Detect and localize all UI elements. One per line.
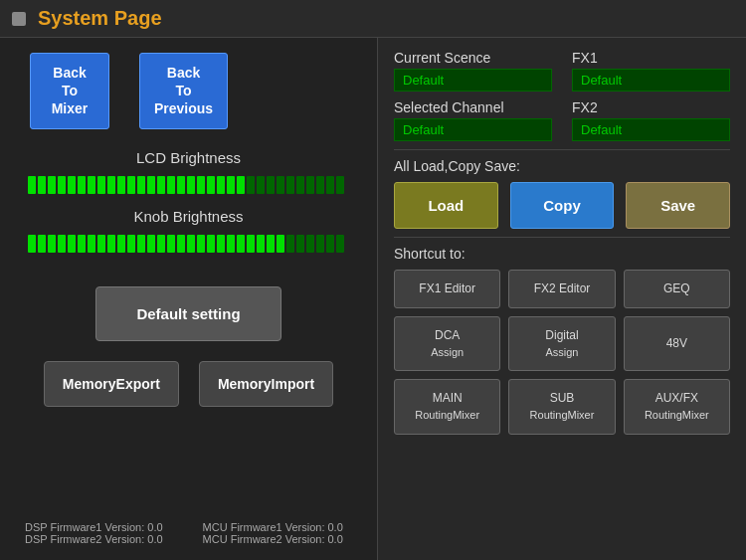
knob-bar-segment xyxy=(286,235,294,253)
fx1-value: Default xyxy=(572,69,730,92)
knob-bar-segment xyxy=(177,235,185,253)
lcd-bar-segment xyxy=(316,176,324,194)
lcd-brightness-label: LCD Brightness xyxy=(20,149,357,166)
dsp-firmware2: DSP Firmware2 Version: 0.0 xyxy=(25,533,163,545)
lcd-bar-segment xyxy=(267,176,275,194)
copy-button[interactable]: Copy xyxy=(510,182,615,229)
lcd-bar-segment xyxy=(207,176,215,194)
knob-bar-segment xyxy=(117,235,125,253)
lcd-bar-segment xyxy=(68,176,76,194)
shortcut-button-48v[interactable]: 48V xyxy=(624,316,730,372)
load-button[interactable]: Load xyxy=(394,182,498,229)
lcd-bar-segment xyxy=(28,176,36,194)
knob-bar-segment xyxy=(48,235,56,253)
lcd-bar-segment xyxy=(38,176,46,194)
shortcut-button-digital-assign[interactable]: DigitalAssign xyxy=(508,316,615,372)
mcu-firmware1: MCU Firmware1 Version: 0.0 xyxy=(203,521,343,533)
fx2-value: Default xyxy=(572,118,730,141)
save-button[interactable]: Save xyxy=(626,182,730,229)
knob-bar-segment xyxy=(38,235,46,253)
knob-bar-segment xyxy=(88,235,95,253)
back-mixer-button[interactable]: BackToMixer xyxy=(30,53,109,129)
main-layout: BackToMixer BackToPrevious LCD Brightnes… xyxy=(0,38,746,560)
shortcut-button-aux-fx-routing[interactable]: AUX/FXRoutingMixer xyxy=(624,379,730,435)
knob-bar-segment xyxy=(197,235,205,253)
lcd-brightness-bar xyxy=(20,172,357,198)
knob-bar-segment xyxy=(187,235,195,253)
lcd-bar-segment xyxy=(117,176,125,194)
memory-import-button[interactable]: MemoryImport xyxy=(199,361,333,407)
back-previous-button[interactable]: BackToPrevious xyxy=(139,53,228,129)
lcd-bar-segment xyxy=(336,176,344,194)
current-scene-label: Current Scence xyxy=(394,50,552,66)
lcd-bar-segment xyxy=(237,176,245,194)
knob-bar-segment xyxy=(78,235,86,253)
lcd-bar-segment xyxy=(227,176,235,194)
knob-bar-segment xyxy=(137,235,145,253)
lcd-bar-segment xyxy=(58,176,66,194)
knob-bar-segment xyxy=(97,235,105,253)
all-load-label: All Load,Copy Save: xyxy=(394,158,730,174)
current-scene-value: Default xyxy=(394,69,552,92)
knob-bar-segment xyxy=(336,235,344,253)
knob-bar-segment xyxy=(28,235,36,253)
lcd-bar-segment xyxy=(78,176,86,194)
left-panel: BackToMixer BackToPrevious LCD Brightnes… xyxy=(0,38,378,560)
lcd-bar-segment xyxy=(247,176,255,194)
current-scene-col: Current Scence Default xyxy=(394,50,552,92)
current-scene-section: Current Scence Default FX1 Default xyxy=(394,50,730,92)
fx1-col: FX1 Default xyxy=(572,50,730,92)
lcd-bar-segment xyxy=(326,176,334,194)
knob-bar-segment xyxy=(257,235,265,253)
firmware-row-1: DSP Firmware1 Version: 0.0 MCU Firmware1… xyxy=(25,521,352,533)
knob-bar-segment xyxy=(277,235,284,253)
knob-bar-segment xyxy=(157,235,165,253)
fx2-col: FX2 Default xyxy=(572,99,730,141)
lcd-bar-segment xyxy=(296,176,304,194)
selected-channel-label: Selected Channel xyxy=(394,99,552,115)
top-nav-buttons: BackToMixer BackToPrevious xyxy=(30,53,228,129)
shortcut-button-fx2-editor[interactable]: FX2 Editor xyxy=(508,270,615,308)
knob-bar-segment xyxy=(326,235,334,253)
knob-bar-segment xyxy=(107,235,115,253)
lcd-brightness-section: LCD Brightness xyxy=(20,149,357,198)
selected-channel-col: Selected Channel Default xyxy=(394,99,552,141)
firmware-info: DSP Firmware1 Version: 0.0 MCU Firmware1… xyxy=(20,521,357,545)
knob-bar-segment xyxy=(247,235,255,253)
lcd-bar-segment xyxy=(277,176,284,194)
shortcut-button-sub-routing[interactable]: SUBRoutingMixer xyxy=(508,379,615,435)
shortcut-button-fx1-editor[interactable]: FX1 Editor xyxy=(394,270,500,308)
lcd-bar-segment xyxy=(107,176,115,194)
fx1-label: FX1 xyxy=(572,50,730,66)
knob-bar-segment xyxy=(167,235,175,253)
selected-channel-value: Default xyxy=(394,118,552,141)
shortcut-button-geq[interactable]: GEQ xyxy=(624,270,730,308)
memory-export-button[interactable]: MemoryExport xyxy=(44,361,179,407)
knob-bar-segment xyxy=(68,235,76,253)
default-setting-button[interactable]: Default setting xyxy=(95,286,280,341)
shortcut-button-main-routing[interactable]: MAINRoutingMixer xyxy=(394,379,500,435)
knob-bar-segment xyxy=(296,235,304,253)
lcd-bar-segment xyxy=(97,176,105,194)
shortcut-grid: FX1 EditorFX2 EditorGEQDCAAssignDigitalA… xyxy=(394,270,730,435)
lcd-bar-segment xyxy=(167,176,175,194)
knob-bar-segment xyxy=(127,235,135,253)
right-panel: Current Scence Default FX1 Default Selec… xyxy=(378,38,746,560)
knob-brightness-section: Knob Brightness xyxy=(20,208,357,257)
load-copy-save-buttons: Load Copy Save xyxy=(394,182,730,229)
knob-bar-segment xyxy=(58,235,66,253)
lcd-bar-segment xyxy=(197,176,205,194)
lcd-bar-segment xyxy=(88,176,95,194)
knob-bar-segment xyxy=(237,235,245,253)
title-bar: System Page xyxy=(0,0,746,38)
page-title: System Page xyxy=(38,7,162,30)
fx2-label: FX2 xyxy=(572,99,730,115)
all-load-section: All Load,Copy Save: Load Copy Save xyxy=(394,149,730,229)
knob-bar-segment xyxy=(267,235,275,253)
shortcut-button-dca-assign[interactable]: DCAAssign xyxy=(394,316,500,372)
knob-bar-segment xyxy=(306,235,314,253)
lcd-bar-segment xyxy=(257,176,265,194)
shortcut-label: Shortcut to: xyxy=(394,246,730,262)
mcu-firmware2: MCU Firmware2 Version: 0.0 xyxy=(203,533,343,545)
knob-brightness-bar xyxy=(20,231,357,257)
